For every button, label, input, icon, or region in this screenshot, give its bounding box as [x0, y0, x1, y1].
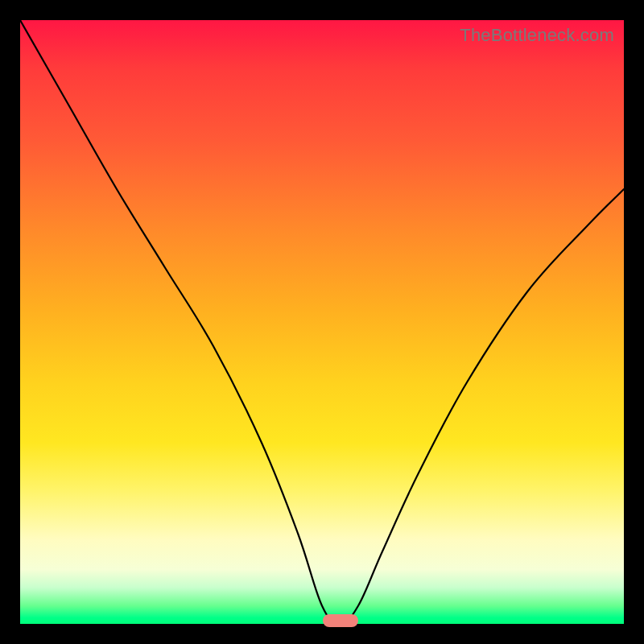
curve-path — [20, 20, 624, 624]
bottleneck-curve — [20, 20, 624, 624]
chart-area: TheBottleneck.com — [20, 20, 624, 624]
optimal-marker — [323, 614, 358, 627]
